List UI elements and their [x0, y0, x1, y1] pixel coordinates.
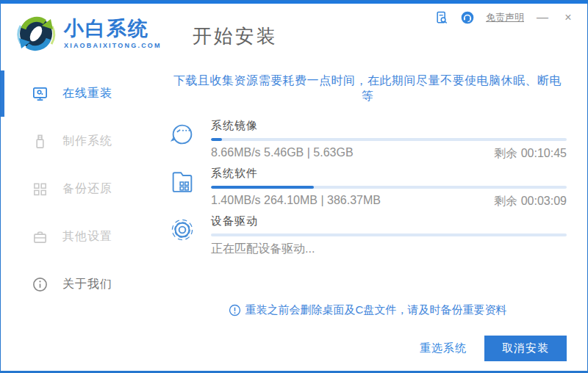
- sidebar-item-label: 在线重装: [62, 86, 112, 101]
- download-stats: 8.66MB/s 5.46GB | 5.63GB: [211, 146, 354, 162]
- task-stats-row: 正在匹配设备驱动...: [211, 242, 567, 257]
- sidebar-item-label: 关于我们: [62, 277, 112, 292]
- blocks-icon: [32, 181, 49, 198]
- task-row-system-software: 系统软件 1.40MB/s 264.10MB | 386.37MB 剩余 00:…: [168, 167, 567, 209]
- task-body: 系统镜像 8.66MB/s 5.46GB | 5.63GB 剩余 00:10:4…: [211, 119, 567, 162]
- task-body: 设备驱动 正在匹配设备驱动...: [211, 214, 567, 257]
- sidebar-item-label: 制作系统: [62, 134, 112, 149]
- window-body: 在线重装 制作系统 备份: [1, 64, 587, 371]
- task-title: 系统镜像: [211, 119, 567, 133]
- progress-bar: [211, 186, 567, 189]
- brand-name: 小白系统: [64, 18, 162, 40]
- task-stats-row: 1.40MB/s 264.10MB | 386.37MB 剩余 00:03:09: [211, 194, 567, 209]
- reselect-system-button[interactable]: 重选系统: [409, 336, 477, 361]
- sidebar-item-online-reinstall[interactable]: 在线重装: [1, 70, 148, 117]
- download-stats: 1.40MB/s 264.10MB | 386.37MB: [211, 194, 381, 209]
- sidebar-item-make-system[interactable]: 制作系统: [1, 117, 148, 165]
- task-row-device-driver: 设备驱动 正在匹配设备驱动...: [168, 214, 567, 257]
- task-title: 设备驱动: [211, 214, 567, 228]
- header: 小白系统 XIAOBAIXITONG.COM 开始安装 免责声明 — ×: [1, 4, 587, 64]
- minimize-button[interactable]: —: [535, 10, 550, 25]
- header-actions: 免责声明 — ×: [434, 10, 576, 25]
- disclaimer-link[interactable]: 免责声明: [486, 11, 524, 24]
- task-body: 系统软件 1.40MB/s 264.10MB | 386.37MB 剩余 00:…: [211, 167, 567, 209]
- task-list: 系统镜像 8.66MB/s 5.46GB | 5.63GB 剩余 00:10:4…: [168, 119, 567, 262]
- face-bubble-icon: [168, 119, 199, 162]
- brand-logo-icon: [14, 12, 58, 56]
- gear-icon: [168, 214, 199, 257]
- app-window: 小白系统 XIAOBAIXITONG.COM 开始安装 免责声明 — ×: [0, 0, 588, 373]
- customer-service-icon[interactable]: [460, 10, 475, 25]
- progress-bar: [211, 138, 567, 141]
- monitor-icon: [32, 85, 49, 102]
- sidebar-item-about-us[interactable]: 关于我们: [1, 261, 148, 308]
- task-row-system-image: 系统镜像 8.66MB/s 5.46GB | 5.63GB 剩余 00:10:4…: [168, 119, 567, 162]
- driver-status-text: 正在匹配设备驱动...: [211, 242, 315, 257]
- main-content: 下载且收集资源需要耗费一点时间，在此期间尽量不要使电脑休眠、断电等: [148, 64, 587, 371]
- folder-apps-icon: [168, 167, 199, 209]
- exclamation-circle-icon: [229, 304, 241, 316]
- time-remaining: 剩余 00:10:45: [494, 146, 567, 162]
- backup-notice: 重装之前会删除桌面及C盘文件，请及时备份重要资料: [168, 303, 567, 317]
- progress-bar: [211, 233, 567, 236]
- progress-fill: [211, 186, 314, 189]
- download-warning-text: 下载且收集资源需要耗费一点时间，在此期间尽量不要使电脑休眠、断电等: [168, 73, 567, 104]
- task-title: 系统软件: [211, 167, 567, 181]
- backup-notice-text: 重装之前会删除桌面及C盘文件，请及时备份重要资料: [245, 303, 507, 317]
- sidebar-item-other-settings[interactable]: 其他设置: [1, 213, 148, 261]
- cancel-install-button[interactable]: 取消安装: [484, 336, 567, 361]
- document-search-icon[interactable]: [434, 10, 449, 25]
- sidebar-item-label: 其他设置: [62, 229, 112, 245]
- footer-actions: 重选系统 取消安装: [168, 336, 567, 371]
- time-remaining: 剩余 00:03:09: [494, 194, 567, 209]
- toolbox-icon: [32, 228, 49, 245]
- task-stats-row: 8.66MB/s 5.46GB | 5.63GB 剩余 00:10:45: [211, 146, 567, 162]
- sidebar-item-backup-restore[interactable]: 备份还原: [1, 165, 148, 213]
- progress-fill: [211, 138, 222, 141]
- sidebar: 在线重装 制作系统 备份: [1, 64, 148, 371]
- page-title: 开始安装: [193, 23, 278, 49]
- usb-icon: [32, 133, 49, 150]
- sidebar-item-label: 备份还原: [62, 181, 112, 197]
- close-button[interactable]: ×: [561, 10, 576, 25]
- brand-domain: XIAOBAIXITONG.COM: [64, 42, 162, 49]
- brand-text: 小白系统 XIAOBAIXITONG.COM: [64, 18, 162, 49]
- info-icon: [32, 276, 49, 293]
- active-indicator: [1, 70, 4, 117]
